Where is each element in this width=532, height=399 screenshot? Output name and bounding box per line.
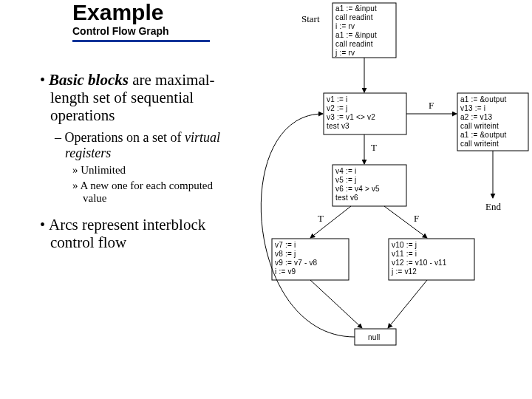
node-test2-l3: test v6 (335, 194, 358, 202)
bullet-1a2-text: A new one for each computed value (80, 180, 213, 204)
node-test2-l0: v4 := i (335, 167, 356, 175)
bullet-1a2: » A new one for each computed value (72, 180, 225, 205)
label-start: Start (301, 13, 320, 24)
bullet-2: • Arcs represent interblock control flow (40, 216, 225, 251)
node-output-l0: a1 := &output (460, 95, 506, 103)
bullet-1a: – Operations on a set of virtual registe… (55, 130, 225, 160)
node-output-l3: call writeint (460, 122, 499, 130)
page-subtitle: Control Flow Graph (72, 25, 209, 37)
node-output-l2: a2 := v13 (460, 113, 492, 121)
bullet-2-text: Arcs represent interblock control flow (49, 216, 205, 251)
node-test1-l1: v2 := j (327, 104, 347, 112)
node-test1-l2: v3 := v1 <> v2 (327, 113, 375, 121)
control-flow-graph: Start a1 := &input call readint i := rv … (236, 0, 532, 399)
node-start-l4: call readint (335, 40, 373, 48)
node-output-l5: call writeint (460, 140, 499, 148)
bullet-list: • Basic blocks are maximal-length set of… (40, 68, 225, 251)
node-start-l0: a1 := &input (335, 4, 377, 13)
node-right2-l1: v11 := i (392, 250, 417, 258)
node-test1-l0: v1 := i (327, 95, 347, 103)
arrow-left2-null (310, 280, 362, 328)
bullet-1a1: » Unlimited (72, 164, 225, 177)
node-right2-l2: v12 := v10 - v11 (392, 259, 447, 267)
node-left2-l2: v9 := v7 - v8 (275, 259, 318, 267)
label-T2: T (318, 213, 324, 224)
node-start-l1: call readint (335, 13, 373, 21)
bullet-1a-text: Operations on a set of (65, 130, 185, 145)
arrow-right2-null (388, 280, 427, 328)
node-output-l4: a1 := &output (460, 131, 506, 139)
node-output-l1: v13 := i (460, 104, 485, 112)
node-test2-l1: v5 := j (335, 176, 356, 184)
node-start-l2: i := rv (335, 22, 355, 30)
bullet-1: • Basic blocks are maximal-length set of… (40, 71, 225, 124)
arrow-test2-left (310, 206, 351, 238)
node-left2-l0: v7 := i (275, 241, 296, 249)
node-start-l3: a1 := &input (335, 31, 377, 39)
bullet-1a1-text: Unlimited (81, 164, 126, 176)
arrow-null-back (261, 114, 355, 337)
node-test1-l3: test v3 (327, 122, 349, 130)
title-block: Example Control Flow Graph (72, 0, 209, 42)
node-left2-l1: v8 := j (275, 250, 296, 258)
node-null-label: null (368, 333, 380, 341)
label-T1: T (371, 142, 377, 153)
title-underline (72, 40, 210, 42)
page-title: Example (72, 0, 209, 25)
arrow-test2-right (384, 206, 427, 238)
bullet-1-em: Basic blocks (49, 71, 129, 89)
label-F2: F (414, 213, 419, 224)
node-right2-l3: j := v12 (391, 267, 417, 276)
node-right2-l0: v10 := j (392, 241, 417, 249)
node-test2-l2: v6 := v4 > v5 (335, 185, 380, 193)
node-start-l5: j := rv (335, 49, 355, 57)
node-left2-l3: i := v9 (275, 267, 296, 276)
label-end: End (485, 201, 501, 212)
label-F1: F (429, 100, 434, 111)
